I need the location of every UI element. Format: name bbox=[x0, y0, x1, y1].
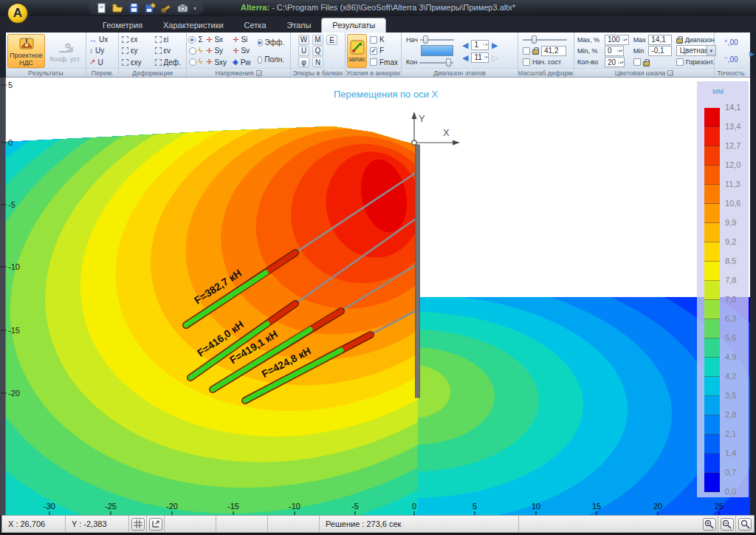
stage-end-slider[interactable] bbox=[419, 58, 453, 67]
lock-icon[interactable] bbox=[643, 61, 650, 67]
stage-start-slider-row: Нач bbox=[405, 34, 461, 45]
ux-button[interactable]: ↔Ux bbox=[88, 34, 117, 45]
spinner-caret-icon[interactable]: ▾ bbox=[484, 55, 489, 59]
anchor-safety-button[interactable]: запас bbox=[347, 34, 367, 68]
app-logo[interactable]: A bbox=[7, 2, 29, 24]
strain-ev-icon bbox=[155, 47, 162, 54]
beam-n-button[interactable]: N bbox=[312, 57, 323, 67]
stage-next2-icon[interactable]: ▷ bbox=[492, 53, 498, 62]
stress-lightning2-radio[interactable]: ϟ bbox=[188, 57, 204, 68]
stage-prev2-icon[interactable]: ◀ bbox=[462, 53, 468, 62]
sv-button[interactable]: ✛Sv bbox=[231, 45, 255, 56]
effective-stress-radio[interactable]: Эфф. bbox=[256, 37, 286, 48]
checkbox-icon bbox=[676, 58, 684, 66]
beam-e-button[interactable]: E bbox=[326, 35, 337, 45]
zoom-extents-button[interactable] bbox=[736, 516, 754, 532]
spinner-arrows-icon[interactable]: ▴▾ bbox=[622, 38, 628, 41]
cursor-x-readout: X : 26,706 bbox=[2, 516, 66, 532]
grid-toggle-button[interactable] bbox=[129, 516, 147, 532]
total-stress-radio[interactable]: Полн. bbox=[256, 54, 286, 65]
tab-сетка[interactable]: Сетка bbox=[234, 18, 277, 33]
beam-w-button[interactable]: W bbox=[298, 35, 309, 45]
strain-exy-button[interactable]: εxy bbox=[120, 57, 152, 68]
beam-m-button[interactable]: M bbox=[312, 35, 323, 45]
strain-ey-button[interactable]: εy bbox=[120, 45, 152, 56]
range-lock-row[interactable]: Диапазон bbox=[675, 34, 718, 45]
tab-геометрия[interactable]: Геометрия bbox=[92, 18, 153, 33]
spinner-caret-icon[interactable]: ▾ bbox=[484, 43, 488, 47]
scale-cell bbox=[704, 204, 720, 223]
uy-button[interactable]: ↕Uy bbox=[88, 45, 117, 56]
group-results: Проектное НДС Коэф. уст. Результаты bbox=[6, 33, 86, 77]
zoom-in-button[interactable] bbox=[701, 516, 718, 532]
x-axis-tick-label: 20 bbox=[653, 502, 662, 511]
anchor-k-checkbox[interactable]: K bbox=[368, 34, 399, 45]
stage-start-slider[interactable] bbox=[420, 35, 454, 44]
beam-e-label: E bbox=[329, 36, 334, 44]
decrease-decimals-button[interactable]: ⁻,00 bbox=[722, 54, 739, 65]
group-precision-label: Точность bbox=[717, 69, 745, 77]
lock-icon[interactable] bbox=[532, 50, 539, 55]
scale-min-row: Min-0,1 bbox=[632, 45, 673, 56]
pw-button[interactable]: ◆Pw bbox=[231, 57, 255, 68]
beam-phi-button[interactable]: φ bbox=[298, 57, 309, 67]
tab-этапы[interactable]: Этапы bbox=[277, 18, 322, 33]
tab-характеристики[interactable]: Характеристики bbox=[153, 18, 234, 33]
horizontal-checkbox[interactable]: Горизонт. bbox=[675, 57, 718, 68]
decrease-decimals-icon: ⁻,00 bbox=[724, 56, 738, 64]
tab-результаты[interactable]: Результаты bbox=[321, 18, 386, 33]
stage-prev-icon[interactable]: ◀ bbox=[462, 41, 468, 50]
dialog-launcher-icon[interactable]: ◿ bbox=[667, 70, 673, 76]
x-axis-tick-label: -25 bbox=[105, 502, 117, 511]
spinner-arrows-icon[interactable]: ▴▾ bbox=[618, 61, 624, 64]
min-percent-spinner[interactable]: 0▴▾ bbox=[605, 46, 624, 56]
stage-start-spinner[interactable]: 1▾ bbox=[471, 40, 489, 50]
stage-next-icon[interactable]: ▶ bbox=[492, 41, 498, 50]
count-spinner[interactable]: 20▴▾ bbox=[605, 57, 625, 67]
deformed-mesh-button[interactable]: Деф. bbox=[154, 57, 185, 68]
u-button[interactable]: ↗U bbox=[88, 57, 117, 68]
min-value-field[interactable]: -0,1 bbox=[648, 46, 671, 56]
sx-button[interactable]: ✛Sx bbox=[205, 34, 230, 45]
stress-lightning-radio[interactable]: ϟ bbox=[188, 45, 204, 56]
stress-total-radio[interactable]: Σ bbox=[187, 34, 204, 45]
stage-end-spinner[interactable]: 11▾ bbox=[471, 52, 489, 63]
vertical-ruler[interactable] bbox=[0, 78, 5, 515]
beam-m-label: M bbox=[315, 35, 320, 44]
si-button[interactable]: ✛Si bbox=[231, 34, 255, 45]
stability-factor-button[interactable]: Коэф. уст. bbox=[47, 34, 84, 68]
beam-q-button[interactable]: Q bbox=[312, 46, 323, 56]
dialog-launcher-icon[interactable]: ◿ bbox=[256, 70, 262, 76]
radio-icon bbox=[258, 56, 262, 64]
strain-ei-button[interactable]: εi bbox=[154, 34, 185, 45]
strain-ev-button[interactable]: εv bbox=[154, 45, 185, 56]
sxy-button[interactable]: ✛Sxy bbox=[205, 57, 230, 68]
max-percent-spinner[interactable]: 100▴▾ bbox=[605, 35, 629, 45]
scale-cell bbox=[704, 146, 720, 166]
beam-u-button[interactable]: U bbox=[298, 46, 309, 56]
deform-scale-value[interactable]: 41,2 bbox=[541, 46, 566, 56]
ribbon-scroll-arrow-icon[interactable]: ▶ bbox=[749, 50, 755, 58]
anchor-f-checkbox[interactable]: ✔F bbox=[368, 45, 399, 56]
deform-scale-checkbox[interactable] bbox=[523, 47, 530, 55]
titlebar: A ▾ Alterra: - C:\Program Files (x86)\Ge… bbox=[0, 0, 756, 16]
max-value-field[interactable]: 14,1 bbox=[648, 35, 671, 45]
stage-progress bbox=[405, 45, 461, 56]
scale-cell bbox=[704, 358, 720, 377]
zoom-out-button[interactable] bbox=[718, 516, 736, 532]
scale-checkbox[interactable] bbox=[633, 58, 641, 66]
snap-toggle-button[interactable] bbox=[147, 516, 165, 532]
palette-dropdown[interactable]: Цветная▼ bbox=[676, 45, 716, 56]
sy-button[interactable]: ✛Sy bbox=[205, 45, 230, 56]
model-canvas[interactable]: F=382,7 кНF=416,0 кНF=419,1 кНF=424,8 кН… bbox=[0, 78, 756, 515]
design-stress-state-button[interactable]: Проектное НДС bbox=[7, 34, 45, 68]
increase-decimals-button[interactable]: ⁺,00 bbox=[722, 37, 739, 48]
strain-ex-button[interactable]: εx bbox=[120, 34, 152, 45]
y-axis-tick-label: -5 bbox=[8, 200, 16, 209]
beam-n-label: N bbox=[315, 58, 320, 67]
spinner-arrows-icon[interactable]: ▴▾ bbox=[617, 49, 623, 52]
initial-state-checkbox[interactable]: Нач. сост bbox=[521, 57, 571, 68]
anchor-fmax-checkbox[interactable]: Fmax bbox=[368, 57, 399, 68]
x-axis-tick-label: 0 bbox=[412, 502, 416, 511]
deform-scale-slider[interactable] bbox=[523, 35, 567, 44]
